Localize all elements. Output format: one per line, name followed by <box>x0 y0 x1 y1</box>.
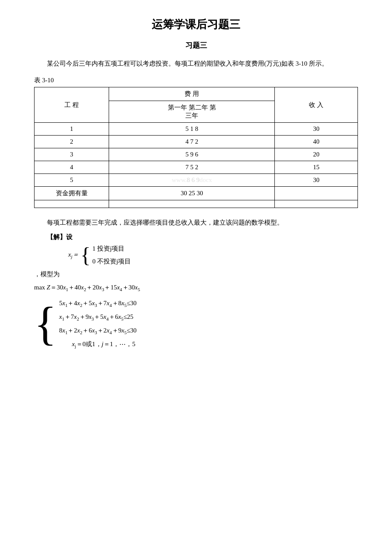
main-title: 运筹学课后习题三 <box>34 17 358 32</box>
big-brace-piecewise: { <box>81 244 91 266</box>
table-row-footer: 资金拥有量 30 25 30 <box>35 187 358 200</box>
income-1: 30 <box>275 123 358 136</box>
section-text: 每项工程都需要三年完成，应选择哪些项目使总收入最大，建立该问题的数学模型。 <box>34 217 358 229</box>
project-5: 5 <box>35 174 109 187</box>
table-row: 4 7 5 2 15 <box>35 161 358 174</box>
fund-values: 30 25 30 <box>109 187 275 200</box>
cost-4: 7 5 2 <box>109 161 275 174</box>
constraint-4: xj＝0或1，j＝1，⋯，5 <box>72 338 137 351</box>
intro-text: 某公司今后三年内有五项工程可以考虑投资。每项工程的期望收入和年度费用(万元)如表… <box>34 58 358 69</box>
constraint-1: 5x1＋4x2＋5x3＋7x4＋8x5≤30 <box>59 297 137 310</box>
table-row: 3 5 9 6 20 <box>35 148 358 161</box>
table-label: 表 3-10 <box>34 76 358 84</box>
cost-3: 5 9 6 <box>109 148 275 161</box>
constraints-block: { 5x1＋4x2＋5x3＋7x4＋8x5≤30 x1＋7x2＋9x3＋5x4＋… <box>34 297 358 351</box>
fund-label: 资金拥有量 <box>35 187 109 200</box>
constraint-2: x1＋7x2＋9x3＋5x4＋6x5≤25 <box>59 310 137 324</box>
cost-1: 5 1 8 <box>109 123 275 136</box>
empty-1 <box>35 200 109 208</box>
piecewise-lhs: xj＝ <box>68 251 79 259</box>
fund-income <box>275 187 358 200</box>
col-cost: 费 用 <box>109 87 275 101</box>
income-2: 40 <box>275 136 358 148</box>
table-row: 1 5 1 8 30 <box>35 123 358 136</box>
table-row: 5 www.8 6 9docx 30 <box>35 174 358 187</box>
empty-2 <box>109 200 275 208</box>
income-3: 20 <box>275 148 358 161</box>
cost-5: www.8 6 9docx <box>109 174 275 187</box>
solution-label: 【解】设 <box>47 233 72 241</box>
cost-2: 4 7 2 <box>109 136 275 148</box>
col-years: 第一年 第二年 第三年 <box>109 101 275 123</box>
constraint-3: 8x1＋2x2＋6x3＋2x4＋9x5≤30 <box>59 324 137 338</box>
table-row: 2 4 7 2 40 <box>35 136 358 148</box>
income-5: 30 <box>275 174 358 187</box>
project-2: 2 <box>35 136 109 148</box>
model-intro: ，模型为 <box>34 270 358 278</box>
empty-3 <box>275 200 358 208</box>
constraints-brace: { <box>34 297 57 351</box>
sub-title: 习题三 <box>34 40 358 50</box>
solution-block: 【解】设 xj＝ { 1 投资j项目 0 不投资j项目 ，模型为 max Z＝3… <box>34 233 358 351</box>
constraints-lines: 5x1＋4x2＋5x3＋7x4＋8x5≤30 x1＋7x2＋9x3＋5x4＋6x… <box>59 297 137 351</box>
col-project: 工 程 <box>35 87 109 123</box>
piecewise-case1: 1 投资j项目 <box>92 242 131 255</box>
income-4: 15 <box>275 161 358 174</box>
project-4: 4 <box>35 161 109 174</box>
project-3: 3 <box>35 148 109 161</box>
data-table: 工 程 费 用 收 入 第一年 第二年 第三年 1 5 1 8 30 2 4 7… <box>34 87 358 208</box>
col-income: 收 入 <box>275 87 358 123</box>
project-1: 1 <box>35 123 109 136</box>
piecewise-case2: 0 不投资j项目 <box>92 255 131 268</box>
piecewise-cases: 1 投资j项目 0 不投资j项目 <box>92 242 131 268</box>
max-line: max Z＝30x1＋40x2＋20x3＋15x4＋30x5 <box>34 281 358 294</box>
table-row-empty <box>35 200 358 208</box>
